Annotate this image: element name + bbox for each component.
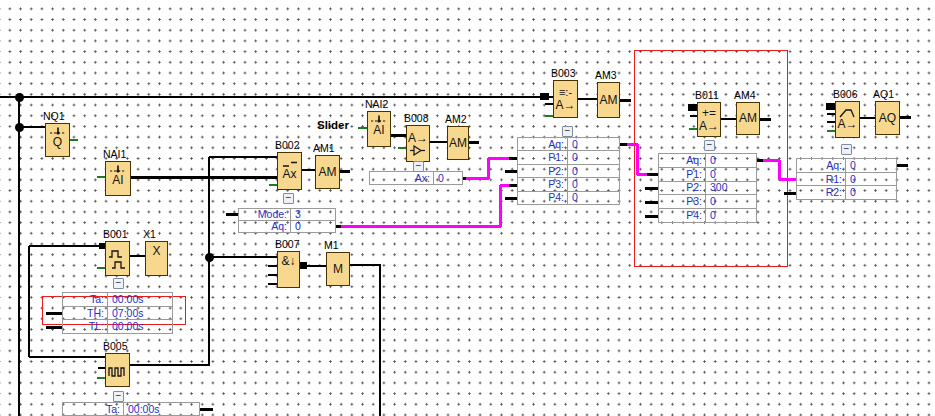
open-pin-stub[interactable] xyxy=(269,184,277,186)
wire-segment[interactable] xyxy=(505,170,517,173)
open-pin-stub[interactable] xyxy=(827,130,835,132)
param-value[interactable]: 0 xyxy=(291,221,335,232)
wire-segment[interactable] xyxy=(302,169,315,171)
param-value[interactable]: 0 xyxy=(568,139,619,150)
wire-segment[interactable] xyxy=(209,256,277,258)
wire-segment[interactable] xyxy=(200,408,213,411)
collapse-button[interactable]: − xyxy=(562,126,573,137)
wire-segment[interactable] xyxy=(827,121,835,123)
block-NQ1[interactable]: Q xyxy=(45,123,70,157)
open-pin-stub[interactable] xyxy=(689,128,697,130)
param-value[interactable]: 0 xyxy=(706,169,756,180)
analog-reference-wire[interactable] xyxy=(636,144,639,175)
wire-segment[interactable] xyxy=(827,113,835,115)
analog-reference-wire[interactable] xyxy=(466,177,489,180)
wire-segment[interactable] xyxy=(18,97,20,416)
param-value[interactable]: 3 xyxy=(291,209,335,220)
open-pin-stub[interactable] xyxy=(358,127,367,129)
analog-reference-wire[interactable] xyxy=(488,157,509,160)
block-AM4[interactable]: AM xyxy=(736,102,760,135)
wire-segment[interactable] xyxy=(29,245,101,247)
wire-segment[interactable] xyxy=(98,367,105,369)
wire-segment[interactable] xyxy=(29,356,105,358)
block-NAI1[interactable]: AI xyxy=(105,161,131,196)
wire-segment[interactable] xyxy=(268,265,277,267)
wire-segment[interactable] xyxy=(46,326,62,329)
wire-segment[interactable] xyxy=(720,118,736,120)
open-pin-stub[interactable] xyxy=(97,267,105,269)
wire-segment[interactable] xyxy=(268,274,277,276)
wire-segment[interactable] xyxy=(508,184,517,187)
wire-segment[interactable] xyxy=(545,103,553,105)
wire-segment[interactable] xyxy=(645,201,658,204)
wire-segment[interactable] xyxy=(340,170,350,173)
param-value[interactable]: 0 xyxy=(846,187,896,198)
param-box-b001-params[interactable]: Ta:00:00sTH:07:00sTL:00:00s xyxy=(62,292,173,334)
collapse-button[interactable]: − xyxy=(413,161,424,172)
block-AQ1[interactable]: AQ xyxy=(875,101,900,135)
analog-reference-wire[interactable] xyxy=(779,178,796,181)
wire-segment[interactable] xyxy=(860,117,875,119)
wire-segment[interactable] xyxy=(130,255,145,257)
param-value[interactable]: 00:00s xyxy=(124,404,199,415)
param-value[interactable]: 0 xyxy=(434,173,462,184)
wire-segment[interactable] xyxy=(209,156,277,158)
param-box-b008-params[interactable]: Ax:0 xyxy=(369,171,463,185)
wire-segment[interactable] xyxy=(379,265,381,416)
wire-segment[interactable] xyxy=(578,98,597,100)
block-B002[interactable]: Ax xyxy=(277,152,302,190)
wire-segment[interactable] xyxy=(268,283,277,285)
block-B005[interactable] xyxy=(105,353,130,387)
wire-segment[interactable] xyxy=(760,118,771,121)
wire-segment[interactable] xyxy=(350,264,381,266)
open-pin-stub[interactable] xyxy=(398,147,406,149)
block-M1[interactable]: M xyxy=(326,252,350,286)
wire-segment[interactable] xyxy=(897,164,908,167)
param-value[interactable]: 300 xyxy=(706,182,756,193)
open-pin-stub[interactable] xyxy=(97,176,105,178)
block-B006[interactable]: A→ xyxy=(835,101,860,138)
wire-segment[interactable] xyxy=(28,246,30,357)
block-X1[interactable]: X xyxy=(145,241,168,276)
block-B008[interactable]: A→ xyxy=(406,125,430,162)
wire-segment[interactable] xyxy=(505,197,517,200)
param-value[interactable]: 0 xyxy=(846,160,896,171)
block-B011[interactable]: +=A→ xyxy=(697,102,721,137)
param-value[interactable]: 0 xyxy=(568,179,619,190)
collapse-button[interactable]: − xyxy=(841,144,852,155)
wire-segment[interactable] xyxy=(645,215,658,218)
param-box-b011-params[interactable]: Aq:0P1:0P2:300P3:0P4:0 xyxy=(658,153,757,223)
collapse-button[interactable]: − xyxy=(704,140,715,151)
block-B003[interactable]: ≡:-A→ xyxy=(553,80,578,118)
wire-segment[interactable] xyxy=(784,192,796,195)
wire-segment[interactable] xyxy=(900,116,911,119)
wire-segment[interactable] xyxy=(226,213,238,216)
param-value[interactable]: 0 xyxy=(706,155,756,166)
wire-segment[interactable] xyxy=(0,96,553,98)
param-value[interactable]: 00:00s xyxy=(108,294,172,305)
param-box-b005-params[interactable]: Ta:00:00s xyxy=(62,402,200,416)
param-value[interactable]: 0 xyxy=(706,196,756,207)
block-B001[interactable] xyxy=(105,241,130,276)
analog-reference-wire[interactable] xyxy=(500,184,509,187)
wire-segment[interactable] xyxy=(645,187,658,190)
wire-segment[interactable] xyxy=(130,364,210,366)
wire-segment[interactable] xyxy=(390,134,406,137)
block-AM3[interactable]: AM xyxy=(597,82,620,118)
param-box-b003-params[interactable]: Aq:0P1:0P2:0P3:0P4:0 xyxy=(517,137,620,205)
collapse-button[interactable]: − xyxy=(283,193,294,204)
wire-segment[interactable] xyxy=(646,173,658,176)
block-AM2[interactable]: AM xyxy=(447,126,469,160)
open-pin-stub[interactable] xyxy=(97,377,105,379)
collapse-button[interactable]: − xyxy=(113,278,124,289)
param-value[interactable]: 0 xyxy=(846,174,896,185)
analog-reference-wire[interactable] xyxy=(487,158,490,179)
analog-reference-wire[interactable] xyxy=(499,185,502,227)
wire-segment[interactable] xyxy=(690,115,697,117)
wire-segment[interactable] xyxy=(620,99,631,102)
wire-segment[interactable] xyxy=(430,141,447,143)
wire-segment[interactable] xyxy=(46,312,62,315)
block-AM1[interactable]: AM xyxy=(315,155,340,189)
open-pin-stub[interactable] xyxy=(70,139,78,141)
block-B007[interactable]: &↓ xyxy=(277,251,300,288)
